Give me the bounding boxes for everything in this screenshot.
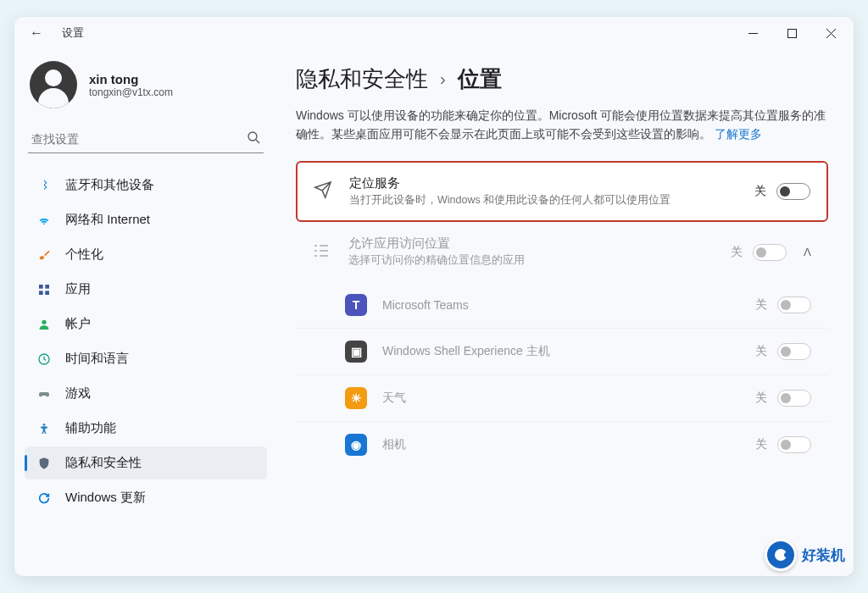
location-service-card[interactable]: 定位服务 当打开此设备时，Windows 和使用此设备的任何人都可以使用位置 关 [296, 161, 828, 223]
toggle-state-label: 关 [754, 184, 766, 199]
window-title: 设置 [62, 25, 84, 41]
app-access-title: 允许应用访问位置 [348, 236, 715, 252]
person-icon [36, 317, 52, 332]
nav-item-apps[interactable]: 应用 [25, 273, 267, 306]
content-area: 隐私和安全性 › 位置 Windows 可以使用设备的功能来确定你的位置。Mic… [277, 49, 854, 576]
nav-label: 蓝牙和其他设备 [65, 177, 154, 193]
app-icon: ◉ [345, 434, 367, 456]
nav-item-clock[interactable]: 时间和语言 [25, 342, 267, 375]
nav-label: 时间和语言 [65, 351, 129, 367]
learn-more-link[interactable]: 了解更多 [715, 127, 762, 141]
settings-window: ← 设置 xin tong tongxin@v1tx.com 蓝牙和其他设备网络… [14, 17, 854, 576]
nav-item-shield[interactable]: 隐私和安全性 [25, 446, 267, 479]
watermark-logo-icon [765, 539, 797, 571]
nav-list: 蓝牙和其他设备网络和 Internet个性化应用帐户时间和语言游戏辅助功能隐私和… [21, 169, 270, 514]
svg-rect-6 [39, 285, 43, 289]
search-box[interactable] [28, 125, 264, 153]
app-row: ◉相机关 [296, 422, 828, 468]
svg-point-12 [43, 424, 46, 426]
watermark-text: 好装机 [802, 546, 845, 565]
minimize-button[interactable] [733, 19, 772, 47]
profile-name: xin tong [89, 72, 173, 86]
app-icon: ▣ [345, 341, 367, 363]
chevron-right-icon: › [440, 69, 446, 89]
back-button[interactable]: ← [26, 22, 47, 44]
app-toggle[interactable] [777, 343, 811, 360]
page-description: Windows 可以使用设备的功能来确定你的位置。Microsoft 可能会使用… [296, 106, 828, 144]
svg-line-5 [256, 140, 259, 143]
app-icon: ☀ [345, 387, 367, 409]
toggle-state-label: 关 [755, 344, 767, 359]
app-name: 相机 [382, 437, 740, 452]
nav-item-access[interactable]: 辅助功能 [25, 412, 267, 445]
bluetooth-icon [36, 178, 52, 193]
nav-label: 辅助功能 [65, 420, 116, 436]
search-input[interactable] [31, 132, 247, 146]
breadcrumb-parent[interactable]: 隐私和安全性 [296, 64, 428, 94]
titlebar: ← 设置 [14, 17, 854, 49]
update-icon [36, 490, 52, 506]
apps-icon [36, 282, 52, 297]
location-service-subtitle: 当打开此设备时，Windows 和使用此设备的任何人都可以使用位置 [349, 193, 739, 208]
app-toggle[interactable] [777, 390, 811, 407]
profile-email: tongxin@v1tx.com [89, 86, 173, 98]
maximize-button[interactable] [772, 19, 811, 47]
app-access-card[interactable]: 允许应用访问位置 选择可访问你的精确位置信息的应用 关 ᐱ [296, 227, 828, 277]
clock-icon [36, 352, 52, 367]
svg-point-4 [248, 132, 257, 141]
app-row: TMicrosoft Teams关 [296, 282, 828, 329]
sidebar: xin tong tongxin@v1tx.com 蓝牙和其他设备网络和 Int… [14, 49, 277, 576]
location-icon [314, 180, 334, 202]
toggle-state-label: 关 [755, 437, 767, 452]
chevron-up-icon[interactable]: ᐱ [804, 246, 811, 258]
nav-label: Windows 更新 [65, 490, 146, 506]
nav-item-brush[interactable]: 个性化 [25, 238, 267, 271]
avatar [30, 61, 77, 108]
shield-icon [36, 456, 52, 471]
svg-rect-9 [45, 291, 49, 295]
access-icon [36, 421, 52, 436]
app-name: Windows Shell Experience 主机 [382, 344, 740, 359]
svg-rect-1 [787, 29, 796, 37]
brush-icon [36, 247, 52, 263]
nav-label: 个性化 [65, 247, 103, 263]
list-icon [313, 242, 333, 263]
svg-rect-8 [39, 291, 43, 295]
watermark: 好装机 [765, 539, 845, 571]
game-icon [36, 386, 52, 402]
toggle-state-label: 关 [755, 297, 767, 313]
search-icon [247, 130, 260, 147]
nav-item-game[interactable]: 游戏 [25, 377, 267, 410]
app-access-subtitle: 选择可访问你的精确位置信息的应用 [348, 253, 715, 269]
profile-section[interactable]: xin tong tongxin@v1tx.com [21, 56, 270, 120]
app-list: TMicrosoft Teams关▣Windows Shell Experien… [296, 282, 828, 468]
location-service-toggle[interactable] [776, 183, 810, 200]
nav-label: 帐户 [65, 316, 91, 332]
svg-rect-7 [45, 285, 49, 289]
toggle-state-label: 关 [731, 245, 743, 260]
nav-label: 网络和 Internet [65, 212, 150, 228]
app-name: 天气 [382, 391, 740, 406]
app-icon: T [345, 294, 367, 316]
close-button[interactable] [811, 19, 850, 47]
breadcrumb: 隐私和安全性 › 位置 [296, 64, 828, 94]
nav-item-bluetooth[interactable]: 蓝牙和其他设备 [25, 169, 267, 202]
app-access-toggle[interactable] [753, 244, 787, 261]
app-row: ☀天气关 [296, 375, 828, 422]
nav-label: 游戏 [65, 385, 91, 402]
nav-item-update[interactable]: Windows 更新 [25, 481, 267, 514]
toggle-state-label: 关 [755, 391, 767, 406]
nav-item-wifi[interactable]: 网络和 Internet [25, 203, 267, 236]
wifi-icon [36, 213, 52, 228]
app-row: ▣Windows Shell Experience 主机关 [296, 329, 828, 375]
app-toggle[interactable] [777, 296, 811, 313]
app-toggle[interactable] [777, 436, 811, 453]
svg-point-10 [42, 319, 46, 324]
nav-item-person[interactable]: 帐户 [25, 308, 267, 341]
window-controls [733, 19, 850, 47]
location-service-title: 定位服务 [349, 175, 739, 191]
breadcrumb-current: 位置 [458, 64, 502, 94]
app-name: Microsoft Teams [382, 298, 740, 312]
nav-label: 应用 [65, 281, 91, 297]
nav-label: 隐私和安全性 [65, 455, 142, 471]
